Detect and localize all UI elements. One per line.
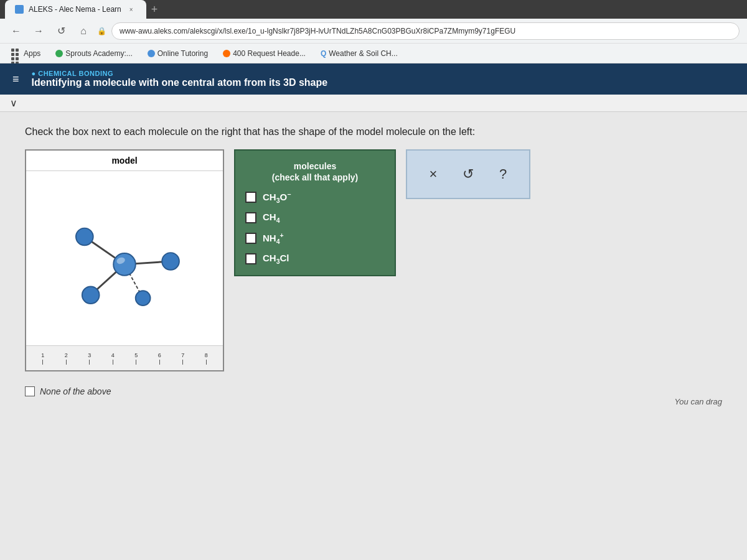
tab-title: ALEKS - Alec Nema - Learn — [29, 5, 121, 14]
ruler-mark-4: 4 — [101, 352, 125, 365]
molecule-svg — [26, 171, 223, 345]
ruler-marks: 1 2 3 4 — [31, 352, 218, 365]
dropdown-button[interactable]: ∨ — [10, 97, 17, 109]
sprouts-label: Sprouts Academy:... — [65, 49, 132, 58]
svg-point-8 — [136, 291, 151, 306]
sprouts-bookmark[interactable]: Sprouts Academy:... — [52, 48, 136, 59]
instruction-text: Check the box next to each molecule on t… — [25, 124, 722, 139]
topic-title: Identifying a molecule with one central … — [32, 77, 328, 88]
svg-point-7 — [82, 286, 100, 304]
new-tab-button[interactable]: + — [146, 0, 163, 19]
sprouts-favicon — [55, 50, 63, 57]
reload-button[interactable]: ↺ — [52, 22, 70, 40]
apps-grid-icon — [11, 49, 21, 58]
dropdown-row: ∨ — [0, 95, 747, 112]
undo-button[interactable]: ↺ — [458, 164, 478, 184]
lock-icon: 🔒 — [97, 27, 106, 35]
topic-category: ● CHEMICAL BONDING — [32, 70, 328, 77]
ch4-checkbox[interactable] — [245, 212, 256, 223]
aleks-header: ≡ ● CHEMICAL BONDING Identifying a molec… — [0, 63, 747, 95]
tutoring-label: Online Tutoring — [157, 49, 208, 58]
forward-button[interactable]: → — [30, 22, 47, 40]
none-label: None of the above — [40, 386, 111, 396]
none-option[interactable]: None of the above — [25, 386, 722, 396]
ch4-formula: CH4 — [263, 212, 280, 224]
weather-label: Weather & Soil CH... — [329, 49, 397, 58]
action-box: × ↺ ? — [406, 149, 530, 199]
ruler-mark-1: 1 — [31, 352, 55, 365]
ruler-mark-6: 6 — [148, 352, 172, 365]
molecule-ruler: 1 2 3 4 — [26, 345, 223, 370]
nh4-option[interactable]: NH4+ — [245, 231, 385, 245]
tab-favicon — [15, 5, 24, 14]
svg-point-6 — [162, 253, 179, 270]
ch3cl-formula: CH3Cl — [263, 253, 289, 265]
ch3cl-checkbox[interactable] — [245, 253, 256, 264]
url-input[interactable] — [111, 22, 740, 40]
molecules-header-line1: molecules — [245, 161, 385, 172]
ch3o-checkbox[interactable] — [245, 192, 256, 203]
home-button[interactable]: ⌂ — [75, 22, 92, 40]
ruler-mark-7: 7 — [171, 352, 195, 365]
molecules-header: molecules (check all that apply) — [245, 161, 385, 183]
problem-area: Check the box next to each molecule on t… — [0, 112, 747, 560]
hamburger-button[interactable]: ≡ — [10, 70, 22, 88]
none-checkbox[interactable] — [25, 386, 35, 396]
apps-bookmark[interactable]: Apps — [7, 47, 44, 60]
request-bookmark[interactable]: 400 Request Heade... — [219, 48, 309, 59]
help-button[interactable]: ? — [493, 164, 513, 184]
request-favicon — [223, 50, 230, 57]
molecules-header-line2: (check all that apply) — [245, 172, 385, 183]
tutoring-favicon — [148, 50, 155, 57]
nh4-formula: NH4+ — [263, 231, 284, 245]
content-area: ≡ ● CHEMICAL BONDING Identifying a molec… — [0, 63, 747, 560]
apps-label: Apps — [24, 49, 40, 58]
drag-hint: You can drag — [674, 397, 722, 406]
weather-bookmark[interactable]: Q Weather & Soil CH... — [317, 48, 402, 59]
active-tab[interactable]: ALEKS - Alec Nema - Learn × — [5, 0, 146, 19]
molecules-box: molecules (check all that apply) CH3O− C… — [234, 149, 396, 276]
ch3o-formula: CH3O− — [263, 190, 291, 204]
tutoring-bookmark[interactable]: Online Tutoring — [144, 48, 212, 59]
clear-button[interactable]: × — [423, 164, 443, 184]
ruler-mark-2: 2 — [55, 352, 78, 365]
topic-label: ● CHEMICAL BONDING Identifying a molecul… — [32, 67, 328, 91]
molecule-canvas — [26, 171, 223, 345]
address-bar: ← → ↺ ⌂ 🔒 — [0, 19, 747, 44]
back-button[interactable]: ← — [7, 22, 25, 40]
search-icon: Q — [321, 49, 326, 58]
ruler-mark-8: 8 — [195, 352, 218, 365]
ruler-mark-5: 5 — [125, 352, 148, 365]
nh4-checkbox[interactable] — [245, 233, 256, 244]
ch4-option[interactable]: CH4 — [245, 212, 385, 224]
ruler-mark-3: 3 — [78, 352, 101, 365]
tab-close-button[interactable]: × — [126, 4, 136, 14]
model-box: model — [25, 149, 224, 371]
tab-bar: ALEKS - Alec Nema - Learn × + — [0, 0, 747, 19]
ch3cl-option[interactable]: CH3Cl — [245, 253, 385, 265]
svg-point-5 — [76, 228, 93, 246]
browser-window: ALEKS - Alec Nema - Learn × + ← → ↺ ⌂ 🔒 … — [0, 0, 747, 560]
svg-point-9 — [113, 253, 136, 276]
request-label: 400 Request Heade... — [233, 49, 306, 58]
model-header: model — [26, 151, 223, 171]
ch3o-option[interactable]: CH3O− — [245, 190, 385, 204]
question-layout: model — [25, 149, 722, 371]
bookmarks-bar: Apps Sprouts Academy:... Online Tutoring… — [0, 44, 747, 63]
